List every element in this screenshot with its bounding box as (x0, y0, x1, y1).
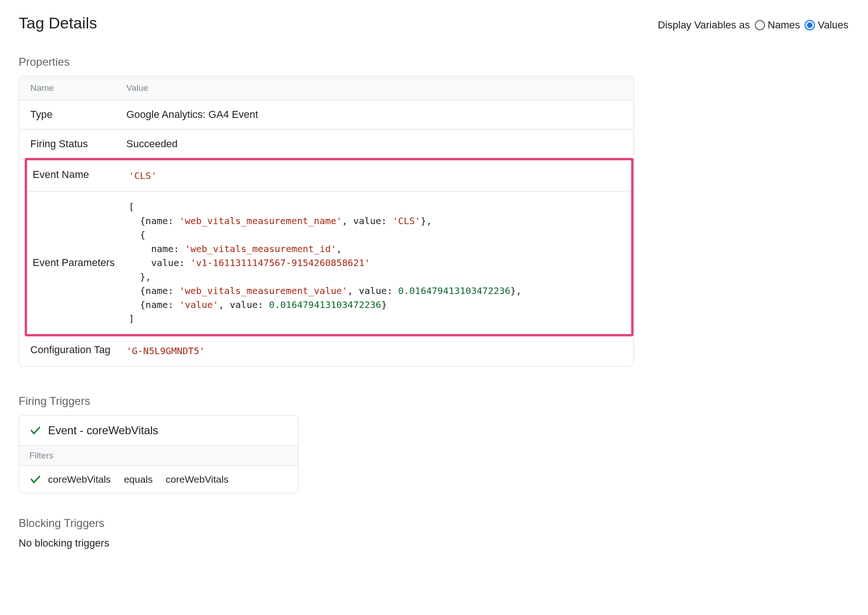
prop-value: Succeeded (126, 138, 634, 150)
page-title: Tag Details (19, 14, 97, 32)
blocking-triggers-heading: Blocking Triggers (19, 517, 634, 530)
prop-label: Type (19, 109, 126, 121)
prop-row-config-tag: Configuration Tag 'G-N5L9GMNDT5' (19, 335, 634, 366)
display-radio-names[interactable] (755, 20, 765, 30)
prop-label: Configuration Tag (19, 344, 126, 356)
prop-label: Event Parameters (27, 257, 129, 269)
blocking-triggers-text: No blocking triggers (19, 537, 634, 549)
filter-op: equals (124, 474, 153, 485)
highlighted-rows: Event Name 'CLS' Event Parameters [ {nam… (25, 158, 634, 336)
prop-label: Firing Status (19, 138, 126, 150)
properties-table: Name Value Type Google Analytics: GA4 Ev… (19, 76, 634, 367)
prop-row-type: Type Google Analytics: GA4 Event (19, 100, 634, 130)
display-variables-toggle: Display Variables as Names Values (658, 19, 848, 31)
prop-row-event-name: Event Name 'CLS' (27, 160, 631, 191)
trigger-name: Event - coreWebVitals (48, 424, 158, 437)
trigger-filter-row: coreWebVitals equals coreWebVitals (19, 466, 298, 493)
display-radio-values-label[interactable]: Values (818, 19, 848, 31)
properties-header-row: Name Value (19, 76, 634, 100)
display-radio-values[interactable] (805, 20, 815, 30)
display-radio-names-label[interactable]: Names (768, 19, 800, 31)
prop-value: 'CLS' (129, 169, 631, 183)
trigger-main-row[interactable]: Event - coreWebVitals (19, 416, 298, 445)
checkmark-icon (29, 424, 41, 437)
prop-row-event-params: Event Parameters [ {name: 'web_vitals_me… (27, 191, 631, 334)
properties-col-name: Name (19, 83, 126, 93)
firing-triggers-heading: Firing Triggers (19, 395, 634, 408)
prop-label: Event Name (27, 169, 129, 181)
trigger-card: Event - coreWebVitals Filters coreWebVit… (19, 415, 298, 493)
prop-value: Google Analytics: GA4 Event (126, 109, 634, 121)
filter-left: coreWebVitals (48, 474, 111, 485)
display-variables-label: Display Variables as (658, 19, 750, 31)
checkmark-icon (29, 473, 41, 485)
prop-row-firing-status: Firing Status Succeeded (19, 130, 634, 159)
filters-label: Filters (19, 445, 298, 466)
prop-value-code: [ {name: 'web_vitals_measurement_name', … (129, 200, 631, 326)
filter-right: coreWebVitals (166, 474, 229, 485)
properties-heading: Properties (19, 55, 634, 68)
properties-col-value: Value (126, 83, 634, 93)
prop-value: 'G-N5L9GMNDT5' (126, 344, 634, 358)
